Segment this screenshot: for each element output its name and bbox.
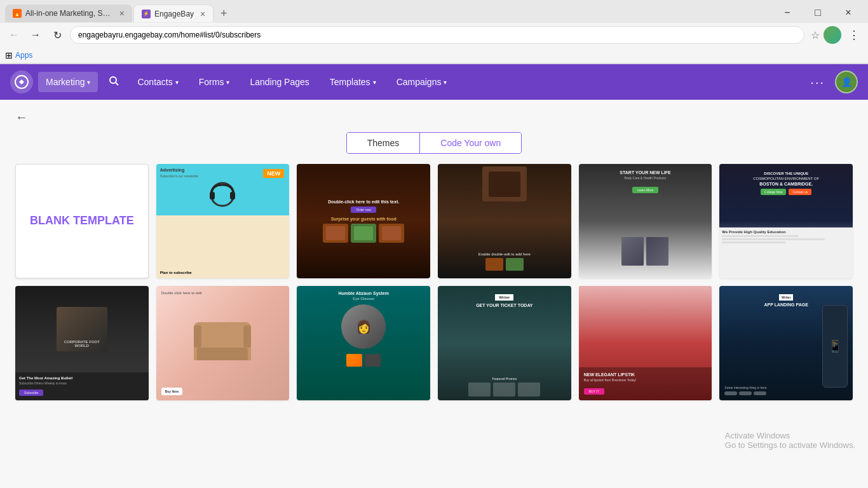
template-card-corporate[interactable]: CORPORATE FOOT WORLD Get The Most Amazin… [15,286,149,400]
apps-grid-icon[interactable]: ⊞ [5,50,13,60]
template-card-lipstick[interactable]: NEW ELEGANT LIPSTIK Buy all lipstick fro… [579,286,712,400]
nav-contacts-label: Contacts [137,77,172,87]
nav-forms[interactable]: Forms ▾ [191,72,238,92]
tab2-favicon: ⚡ [142,10,151,18]
bookmark-star-icon[interactable]: ☆ [811,29,820,41]
lipstick-preview: NEW ELEGANT LIPSTIK Buy all lipstick fro… [579,286,712,400]
blank-template-card[interactable]: BLANK TEMPLATE [15,164,149,278]
template-card-app-landing[interactable]: Writer APP LANDING PAGE 📱 Some interesti… [719,286,853,400]
nav-templates-label: Templates [330,77,370,87]
template-card-food[interactable]: Double-click here to edit this text. Ord… [297,164,430,278]
tab1-favicon: 🔥 [13,9,22,18]
forward-nav-button[interactable]: → [27,26,44,44]
browser-tab-2[interactable]: ⚡ EngageBay × [133,4,214,22]
nav-contacts[interactable]: Contacts ▾ [130,72,186,92]
apps-label[interactable]: Apps [15,51,32,60]
coffee-preview: Enable double-edit to add here [438,164,571,278]
education-preview: DISCOVER THE UNIQUE COSMOPOLITAN ENVIRON… [719,164,853,278]
logo-icon [15,75,29,89]
nav-contacts-chevron: ▾ [175,79,179,86]
templates-grid: BLANK TEMPLATE Advertising Subscribe to … [15,164,853,400]
svg-point-1 [110,77,116,83]
new-badge: NEW [263,169,284,178]
browser-tab-1[interactable]: 🔥 All-in-one Marketing, Sales, Sup... × [5,4,132,22]
search-icon-svg [108,75,119,86]
nav-search-icon[interactable] [103,70,125,95]
nav-campaigns-label: Campaigns [397,77,442,87]
back-button[interactable]: ← [15,110,28,125]
nav-campaigns-chevron: ▾ [444,79,447,86]
nav-more-button[interactable]: ··· [805,70,830,95]
sofa-preview: Double click here to edit Buy Now [156,286,290,400]
app-landing-preview: Writer APP LANDING PAGE 📱 Some interesti… [719,286,853,400]
nav-forms-label: Forms [199,77,224,87]
white-table-preview: Writer GET YOUR TICKET TODAY Featured Pr… [438,286,571,400]
app-logo[interactable] [10,71,33,93]
nav-marketing[interactable]: Marketing ▾ [38,72,98,92]
template-card-health[interactable]: START YOUR NEW LIFE Body Care & Health P… [579,164,712,278]
view-tab-group: Themes Code Your own [346,132,522,154]
user-avatar[interactable]: 👤 [835,71,858,93]
reload-button[interactable]: ↻ [48,26,66,44]
avatar-initial: 👤 [841,77,852,87]
corporate-preview: CORPORATE FOOT WORLD Get The Most Amazin… [15,286,149,400]
template-card-education[interactable]: DISCOVER THE UNIQUE COSMOPOLITAN ENVIRON… [719,164,853,278]
page-content: ← Themes Code Your own BLANK TEMPLATE Ad… [0,100,868,488]
maximize-button[interactable]: □ [803,4,832,22]
address-bar[interactable] [70,26,804,44]
nav-campaigns[interactable]: Campaigns ▾ [389,72,455,92]
nav-landing-pages-label: Landing Pages [250,77,309,87]
template-card-sofa[interactable]: Double click here to edit Buy Now [156,286,290,400]
nav-marketing-label: Marketing [46,77,85,87]
blank-template-label: BLANK TEMPLATE [30,214,134,228]
app-navigation: Marketing ▾ Contacts ▾ Forms ▾ Landing P… [0,64,868,100]
tab1-close[interactable]: × [119,8,125,18]
close-button[interactable]: × [834,4,863,22]
template-card-white-table[interactable]: Writer GET YOUR TICKET TODAY Featured Pr… [438,286,571,400]
nav-templates-chevron: ▾ [373,79,376,86]
view-tabs-container: Themes Code Your own [15,132,853,154]
code-your-own-tab[interactable]: Code Your own [420,133,521,153]
nav-marketing-chevron: ▾ [87,79,90,86]
svg-line-2 [116,83,118,85]
tab2-label: EngageBay [154,10,194,18]
teal-preview: Humble Abzaun System Eye Glasses 👩 [297,286,430,400]
nav-templates[interactable]: Templates ▾ [322,72,384,92]
browser-profile-avatar[interactable] [824,26,841,44]
nav-forms-chevron: ▾ [226,79,229,86]
template-card-teal[interactable]: Humble Abzaun System Eye Glasses 👩 [297,286,430,400]
nav-landing-pages[interactable]: Landing Pages [242,72,316,92]
tab1-label: All-in-one Marketing, Sales, Sup... [25,9,113,18]
tab2-close[interactable]: × [200,9,205,19]
health-preview: START YOUR NEW LIFE Body Care & Health P… [579,164,712,278]
themes-tab[interactable]: Themes [347,133,420,153]
headphones-preview: Advertising Subscribe to our newsletter … [156,164,290,278]
food-preview: Double-click here to edit this text. Ord… [297,164,430,278]
new-tab-button[interactable]: + [215,4,233,22]
template-card-coffee[interactable]: Enable double-edit to add here [438,164,571,278]
template-card-headphones[interactable]: Advertising Subscribe to our newsletter … [156,164,290,278]
browser-menu-button[interactable]: ⋮ [845,26,863,44]
back-nav-button[interactable]: ← [5,26,23,44]
minimize-button[interactable]: − [773,4,802,22]
